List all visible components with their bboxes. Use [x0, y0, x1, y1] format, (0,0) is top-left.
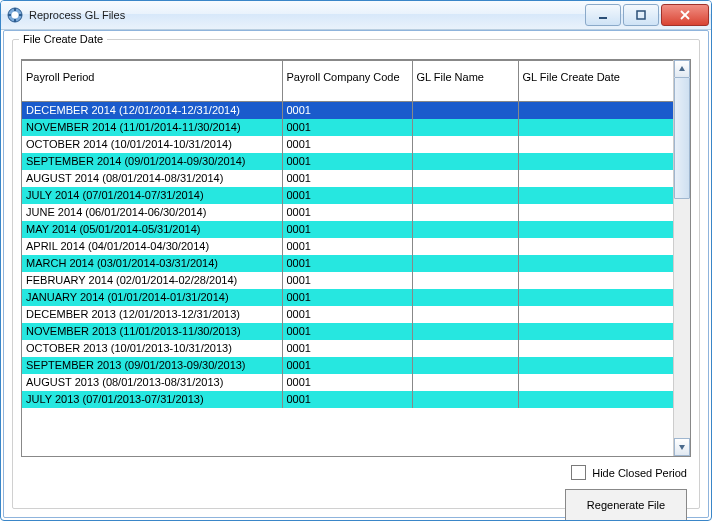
cell-date[interactable]: [518, 170, 674, 187]
cell-file[interactable]: [412, 170, 518, 187]
cell-file[interactable]: [412, 153, 518, 170]
cell-period[interactable]: APRIL 2014 (04/01/2014-04/30/2014): [22, 238, 282, 255]
scroll-thumb[interactable]: [674, 77, 690, 199]
cell-code[interactable]: 0001: [282, 391, 412, 408]
cell-date[interactable]: [518, 272, 674, 289]
cell-date[interactable]: [518, 289, 674, 306]
table-row[interactable]: NOVEMBER 2014 (11/01/2014-11/30/2014)000…: [22, 119, 674, 136]
cell-date[interactable]: [518, 136, 674, 153]
cell-code[interactable]: 0001: [282, 119, 412, 136]
minimize-button[interactable]: [585, 4, 621, 26]
table-row[interactable]: JUNE 2014 (06/01/2014-06/30/2014)0001: [22, 204, 674, 221]
cell-file[interactable]: [412, 306, 518, 323]
cell-period[interactable]: JULY 2013 (07/01/2013-07/31/2013): [22, 391, 282, 408]
table-row[interactable]: APRIL 2014 (04/01/2014-04/30/2014)0001: [22, 238, 674, 255]
scroll-down-button[interactable]: [674, 438, 690, 456]
cell-period[interactable]: MAY 2014 (05/01/2014-05/31/2014): [22, 221, 282, 238]
table-row[interactable]: DECEMBER 2014 (12/01/2014-12/31/2014)000…: [22, 102, 674, 120]
cell-date[interactable]: [518, 238, 674, 255]
cell-code[interactable]: 0001: [282, 136, 412, 153]
cell-code[interactable]: 0001: [282, 340, 412, 357]
cell-date[interactable]: [518, 204, 674, 221]
table-row[interactable]: MAY 2014 (05/01/2014-05/31/2014)0001: [22, 221, 674, 238]
cell-file[interactable]: [412, 391, 518, 408]
cell-code[interactable]: 0001: [282, 204, 412, 221]
cell-file[interactable]: [412, 102, 518, 120]
cell-period[interactable]: FEBRUARY 2014 (02/01/2014-02/28/2014): [22, 272, 282, 289]
titlebar[interactable]: Reprocess GL Files: [1, 1, 711, 30]
cell-date[interactable]: [518, 221, 674, 238]
vertical-scrollbar[interactable]: [673, 60, 690, 456]
cell-date[interactable]: [518, 153, 674, 170]
cell-file[interactable]: [412, 357, 518, 374]
table-row[interactable]: AUGUST 2014 (08/01/2014-08/31/2014)0001: [22, 170, 674, 187]
col-header-payroll-period[interactable]: Payroll Period: [22, 61, 282, 102]
table-row[interactable]: MARCH 2014 (03/01/2014-03/31/2014)0001: [22, 255, 674, 272]
scroll-track[interactable]: [674, 77, 690, 439]
cell-code[interactable]: 0001: [282, 323, 412, 340]
cell-file[interactable]: [412, 119, 518, 136]
hide-closed-period-checkbox[interactable]: Hide Closed Period: [571, 465, 687, 480]
cell-period[interactable]: OCTOBER 2013 (10/01/2013-10/31/2013): [22, 340, 282, 357]
cell-date[interactable]: [518, 374, 674, 391]
table-row[interactable]: FEBRUARY 2014 (02/01/2014-02/28/2014)000…: [22, 272, 674, 289]
cell-code[interactable]: 0001: [282, 306, 412, 323]
table-row[interactable]: SEPTEMBER 2014 (09/01/2014-09/30/2014)00…: [22, 153, 674, 170]
cell-period[interactable]: SEPTEMBER 2013 (09/01/2013-09/30/2013): [22, 357, 282, 374]
cell-date[interactable]: [518, 187, 674, 204]
checkbox-box[interactable]: [571, 465, 586, 480]
cell-date[interactable]: [518, 391, 674, 408]
cell-period[interactable]: JUNE 2014 (06/01/2014-06/30/2014): [22, 204, 282, 221]
cell-code[interactable]: 0001: [282, 357, 412, 374]
cell-code[interactable]: 0001: [282, 153, 412, 170]
table-row[interactable]: JULY 2013 (07/01/2013-07/31/2013)0001: [22, 391, 674, 408]
cell-code[interactable]: 0001: [282, 374, 412, 391]
table-row[interactable]: AUGUST 2013 (08/01/2013-08/31/2013)0001: [22, 374, 674, 391]
cell-period[interactable]: SEPTEMBER 2014 (09/01/2014-09/30/2014): [22, 153, 282, 170]
cell-file[interactable]: [412, 221, 518, 238]
cell-date[interactable]: [518, 306, 674, 323]
cell-date[interactable]: [518, 119, 674, 136]
cell-file[interactable]: [412, 238, 518, 255]
cell-period[interactable]: JULY 2014 (07/01/2014-07/31/2014): [22, 187, 282, 204]
col-header-gl-file-date[interactable]: GL File Create Date: [518, 61, 674, 102]
close-window-button[interactable]: [661, 4, 709, 26]
table-row[interactable]: JULY 2014 (07/01/2014-07/31/2014)0001: [22, 187, 674, 204]
cell-code[interactable]: 0001: [282, 272, 412, 289]
cell-file[interactable]: [412, 289, 518, 306]
cell-period[interactable]: OCTOBER 2014 (10/01/2014-10/31/2014): [22, 136, 282, 153]
cell-file[interactable]: [412, 374, 518, 391]
table-row[interactable]: OCTOBER 2013 (10/01/2013-10/31/2013)0001: [22, 340, 674, 357]
cell-file[interactable]: [412, 204, 518, 221]
cell-period[interactable]: AUGUST 2014 (08/01/2014-08/31/2014): [22, 170, 282, 187]
cell-period[interactable]: DECEMBER 2013 (12/01/2013-12/31/2013): [22, 306, 282, 323]
cell-file[interactable]: [412, 323, 518, 340]
cell-code[interactable]: 0001: [282, 102, 412, 120]
cell-date[interactable]: [518, 323, 674, 340]
cell-file[interactable]: [412, 255, 518, 272]
cell-code[interactable]: 0001: [282, 289, 412, 306]
cell-period[interactable]: MARCH 2014 (03/01/2014-03/31/2014): [22, 255, 282, 272]
cell-period[interactable]: NOVEMBER 2013 (11/01/2013-11/30/2013): [22, 323, 282, 340]
cell-code[interactable]: 0001: [282, 187, 412, 204]
gl-files-grid[interactable]: Payroll Period Payroll Company Code GL F…: [21, 59, 691, 457]
cell-date[interactable]: [518, 357, 674, 374]
cell-code[interactable]: 0001: [282, 255, 412, 272]
table-row[interactable]: DECEMBER 2013 (12/01/2013-12/31/2013)000…: [22, 306, 674, 323]
cell-code[interactable]: 0001: [282, 221, 412, 238]
col-header-gl-file-name[interactable]: GL File Name: [412, 61, 518, 102]
table-row[interactable]: NOVEMBER 2013 (11/01/2013-11/30/2013)000…: [22, 323, 674, 340]
cell-file[interactable]: [412, 136, 518, 153]
cell-date[interactable]: [518, 255, 674, 272]
maximize-button[interactable]: [623, 4, 659, 26]
cell-date[interactable]: [518, 340, 674, 357]
cell-period[interactable]: AUGUST 2013 (08/01/2013-08/31/2013): [22, 374, 282, 391]
table-row[interactable]: JANUARY 2014 (01/01/2014-01/31/2014)0001: [22, 289, 674, 306]
regenerate-file-button[interactable]: Regenerate File: [565, 489, 687, 521]
cell-file[interactable]: [412, 340, 518, 357]
cell-file[interactable]: [412, 272, 518, 289]
cell-code[interactable]: 0001: [282, 170, 412, 187]
table-row[interactable]: SEPTEMBER 2013 (09/01/2013-09/30/2013)00…: [22, 357, 674, 374]
cell-file[interactable]: [412, 187, 518, 204]
table-row[interactable]: OCTOBER 2014 (10/01/2014-10/31/2014)0001: [22, 136, 674, 153]
